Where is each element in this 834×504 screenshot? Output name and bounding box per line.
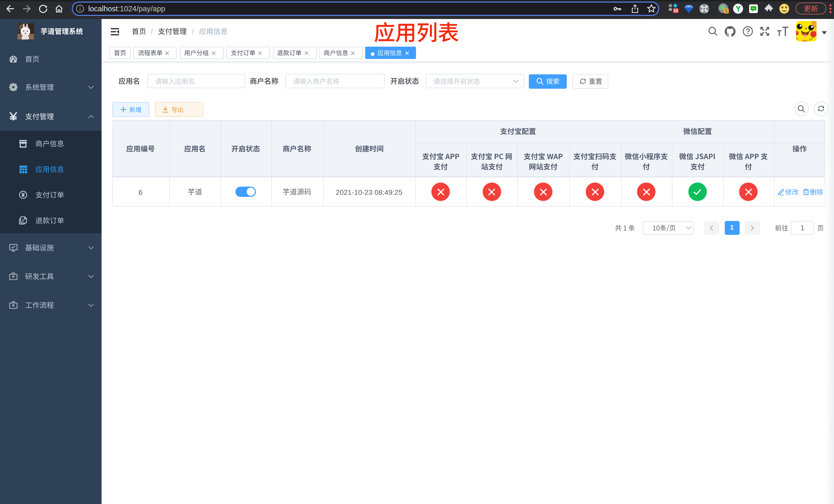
svg-text:1: 1 <box>725 9 727 14</box>
svg-text:10: 10 <box>674 8 678 13</box>
